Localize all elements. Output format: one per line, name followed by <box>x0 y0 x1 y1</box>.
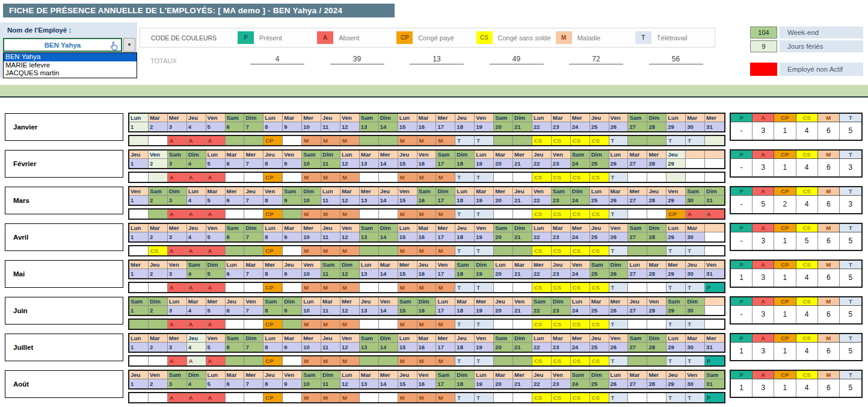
day-status-cell[interactable]: M <box>436 393 455 402</box>
day-status-cell[interactable]: CS <box>571 173 590 182</box>
day-status-cell[interactable]: M <box>340 210 360 219</box>
day-status-cell[interactable]: CS <box>590 393 609 402</box>
day-status-cell[interactable] <box>628 283 647 292</box>
day-status-cell[interactable]: T <box>666 393 686 402</box>
day-status-cell[interactable]: T <box>455 356 475 365</box>
day-status-cell[interactable]: CS <box>552 356 571 365</box>
day-status-cell[interactable]: CS <box>571 320 590 329</box>
day-status-cell[interactable]: CS <box>571 246 590 255</box>
day-status-cell[interactable]: CS <box>552 136 571 145</box>
day-status-cell[interactable]: A <box>187 283 206 292</box>
day-status-cell[interactable] <box>647 173 666 182</box>
day-status-cell[interactable]: T <box>475 320 494 329</box>
day-status-cell[interactable] <box>379 283 398 292</box>
day-status-cell[interactable]: A <box>686 210 705 219</box>
day-status-cell[interactable]: A <box>168 393 187 402</box>
day-status-cell[interactable]: M <box>417 210 437 219</box>
day-status-cell[interactable]: T <box>609 283 629 292</box>
day-status-cell[interactable]: T <box>475 210 494 219</box>
day-status-cell[interactable] <box>129 356 149 365</box>
day-status-cell[interactable]: CP <box>263 283 283 292</box>
day-status-cell[interactable] <box>494 393 513 402</box>
day-status-cell[interactable] <box>283 136 302 145</box>
day-status-cell[interactable]: T <box>455 210 475 219</box>
day-status-cell[interactable] <box>129 246 149 255</box>
day-status-cell[interactable]: T <box>686 283 705 292</box>
day-status-cell[interactable]: M <box>398 246 417 255</box>
employee-dropdown-button[interactable]: ▼ <box>123 38 135 52</box>
day-status-cell[interactable]: CS <box>532 136 552 145</box>
day-status-cell[interactable]: T <box>686 393 705 402</box>
day-status-cell[interactable]: M <box>417 246 437 255</box>
day-status-cell[interactable]: A <box>187 393 206 402</box>
day-status-cell[interactable] <box>705 320 724 329</box>
day-status-cell[interactable] <box>226 173 245 182</box>
day-status-cell[interactable]: T <box>475 356 494 365</box>
day-status-cell[interactable]: CP <box>263 210 283 219</box>
day-status-cell[interactable] <box>283 320 302 329</box>
day-status-cell[interactable]: CS <box>571 356 590 365</box>
day-status-cell[interactable] <box>283 246 302 255</box>
day-status-cell[interactable]: M <box>340 356 360 365</box>
day-status-cell[interactable]: M <box>436 210 455 219</box>
day-status-cell[interactable] <box>244 320 263 329</box>
day-status-cell[interactable] <box>379 246 398 255</box>
day-status-cell[interactable]: A <box>168 210 187 219</box>
day-status-cell[interactable] <box>226 320 245 329</box>
day-status-cell[interactable]: M <box>321 210 340 219</box>
day-status-cell[interactable]: T <box>455 283 475 292</box>
day-status-cell[interactable] <box>149 283 168 292</box>
day-status-cell[interactable] <box>360 283 379 292</box>
day-status-cell[interactable] <box>149 320 168 329</box>
day-status-cell[interactable] <box>379 320 398 329</box>
day-status-cell[interactable] <box>628 356 647 365</box>
day-status-cell[interactable] <box>628 173 647 182</box>
day-status-cell[interactable] <box>628 210 647 219</box>
day-status-cell[interactable]: T <box>475 246 494 255</box>
day-status-cell[interactable]: M <box>398 173 417 182</box>
day-status-cell[interactable]: A <box>187 356 206 365</box>
day-status-cell[interactable]: CS <box>552 173 571 182</box>
day-status-cell[interactable]: T <box>455 320 475 329</box>
day-status-cell[interactable]: M <box>417 283 437 292</box>
day-status-cell[interactable]: CS <box>590 246 609 255</box>
day-status-cell[interactable] <box>379 136 398 145</box>
day-status-cell[interactable]: T <box>609 173 629 182</box>
day-status-cell[interactable]: M <box>436 246 455 255</box>
day-status-cell[interactable]: A <box>206 283 226 292</box>
day-status-cell[interactable]: M <box>321 246 340 255</box>
day-status-cell[interactable] <box>494 210 513 219</box>
day-status-cell[interactable]: CS <box>590 210 609 219</box>
day-status-cell[interactable]: CS <box>552 283 571 292</box>
day-status-cell[interactable]: CS <box>532 246 552 255</box>
day-status-cell[interactable]: CP <box>263 173 283 182</box>
day-status-cell[interactable]: A <box>206 210 226 219</box>
day-status-cell[interactable] <box>129 173 149 182</box>
day-status-cell[interactable]: P <box>705 283 724 292</box>
day-status-cell[interactable] <box>226 283 245 292</box>
day-status-cell[interactable]: M <box>417 173 437 182</box>
day-status-cell[interactable]: CS <box>532 210 552 219</box>
day-status-cell[interactable] <box>379 210 398 219</box>
day-status-cell[interactable] <box>379 173 398 182</box>
day-status-cell[interactable]: T <box>666 320 686 329</box>
day-status-cell[interactable]: CP <box>263 246 283 255</box>
day-status-cell[interactable] <box>494 283 513 292</box>
day-status-cell[interactable]: M <box>340 283 360 292</box>
day-status-cell[interactable] <box>244 136 263 145</box>
day-status-cell[interactable]: CS <box>532 173 552 182</box>
day-status-cell[interactable]: M <box>321 136 340 145</box>
day-status-cell[interactable] <box>149 356 168 365</box>
day-status-cell[interactable]: M <box>398 136 417 145</box>
day-status-cell[interactable]: CP <box>263 320 283 329</box>
day-status-cell[interactable]: T <box>686 320 705 329</box>
day-status-cell[interactable]: M <box>321 283 340 292</box>
day-status-cell[interactable] <box>705 136 724 145</box>
day-status-cell[interactable]: M <box>321 173 340 182</box>
day-status-cell[interactable] <box>494 136 513 145</box>
day-status-cell[interactable]: M <box>340 393 360 402</box>
day-status-cell[interactable]: A <box>168 246 187 255</box>
day-status-cell[interactable]: M <box>321 356 340 365</box>
day-status-cell[interactable]: A <box>705 210 724 219</box>
day-status-cell[interactable]: M <box>398 320 417 329</box>
